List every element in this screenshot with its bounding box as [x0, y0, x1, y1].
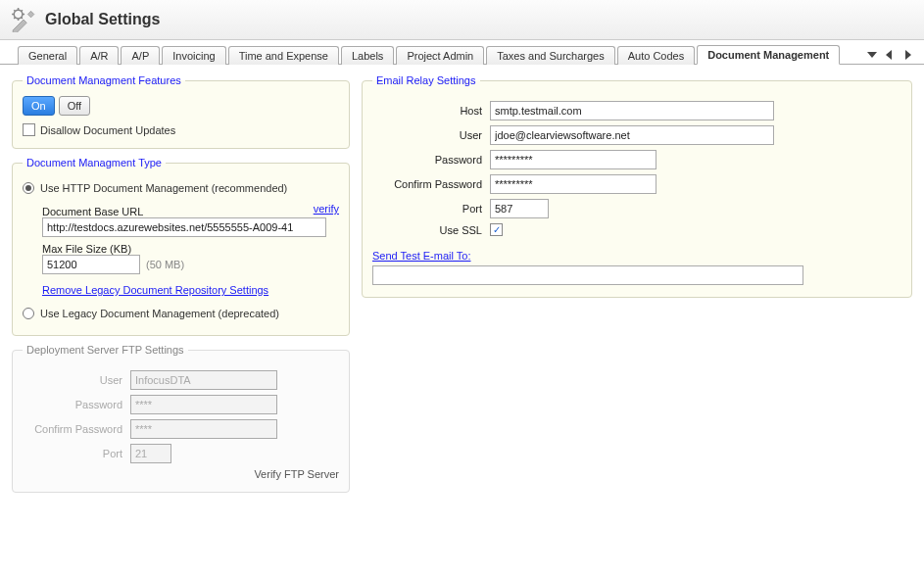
tab-taxes-surcharges[interactable]: Taxes and Surcharges [486, 46, 614, 65]
tab-controls [865, 48, 916, 64]
http-mgmt-details: Document Base URL verify Max File Size (… [42, 200, 339, 296]
tab-menu-icon[interactable] [865, 48, 879, 62]
email-pwd-input[interactable] [490, 150, 657, 169]
tab-general[interactable]: General [18, 46, 77, 65]
email-relay-group: Email Relay Settings Host User Password … [362, 74, 912, 298]
right-column: Email Relay Settings Host User Password … [362, 74, 912, 493]
max-size-input[interactable] [42, 255, 140, 274]
http-mgmt-radio[interactable] [23, 182, 34, 194]
ftp-pwd-row: Password [23, 395, 339, 414]
base-url-input[interactable] [42, 217, 326, 237]
email-user-row: User [372, 125, 901, 145]
doc-mgmt-type-group: Document Managment Type Use HTTP Documen… [12, 157, 350, 336]
verify-ftp-link[interactable]: Verify FTP Server [254, 468, 339, 480]
email-pwd-row: Password [372, 150, 901, 169]
http-mgmt-label: Use HTTP Document Management (recommende… [40, 182, 287, 194]
verify-ftp-row: Verify FTP Server [23, 468, 339, 480]
base-url-label: Document Base URL [42, 206, 143, 217]
tab-labels[interactable]: Labels [341, 46, 394, 65]
page-title: Global Settings [45, 11, 160, 28]
email-pwd-label: Password [372, 154, 490, 166]
ftp-port-row: Port [23, 444, 339, 463]
legacy-mgmt-row: Use Legacy Document Management (deprecat… [23, 308, 339, 319]
email-user-input[interactable] [490, 125, 774, 145]
tab-auto-codes[interactable]: Auto Codes [617, 46, 695, 65]
email-host-row: Host [372, 101, 901, 120]
doc-mgmt-features-group: Document Managment Features On Off Disal… [12, 74, 350, 149]
email-port-label: Port [372, 203, 490, 215]
email-user-label: User [372, 129, 490, 141]
off-button[interactable]: Off [59, 96, 90, 116]
ftp-user-label: User [23, 374, 130, 386]
disallow-updates-label: Disallow Document Updates [40, 124, 175, 136]
tab-ap[interactable]: A/P [121, 46, 160, 65]
doc-mgmt-type-legend: Document Managment Type [23, 157, 166, 168]
legacy-mgmt-radio[interactable] [23, 308, 34, 319]
email-port-input[interactable] [490, 199, 549, 218]
ftp-pwd-label: Password [23, 399, 130, 410]
ftp-cpwd-row: Confirm Password [23, 419, 339, 439]
ftp-settings-legend: Deployment Server FTP Settings [23, 344, 188, 356]
email-ssl-checkbox[interactable]: ✓ [490, 223, 503, 236]
ftp-cpwd-label: Confirm Password [23, 423, 130, 435]
email-host-label: Host [372, 105, 490, 117]
email-host-input[interactable] [490, 101, 774, 120]
tab-ar[interactable]: A/R [79, 46, 119, 65]
remove-legacy-link[interactable]: Remove Legacy Document Repository Settin… [42, 284, 268, 296]
left-column: Document Managment Features On Off Disal… [12, 74, 350, 493]
email-cpwd-row: Confirm Password [372, 174, 901, 194]
send-test-section: Send Test E-mail To: [372, 250, 901, 285]
ftp-user-input [130, 370, 277, 390]
email-relay-legend: Email Relay Settings [372, 74, 480, 86]
window-header: Global Settings [0, 0, 924, 40]
tab-invoicing[interactable]: Invoicing [162, 46, 225, 65]
disallow-updates-checkbox[interactable] [23, 123, 35, 136]
tab-prev-icon[interactable] [883, 48, 897, 62]
tab-document-management[interactable]: Document Management [697, 45, 840, 65]
content-area: Document Managment Features On Off Disal… [0, 65, 924, 503]
email-cpwd-label: Confirm Password [372, 178, 490, 190]
tab-next-icon[interactable] [900, 48, 914, 62]
max-size-hint: (50 MB) [146, 259, 184, 270]
send-test-input[interactable] [372, 265, 803, 285]
ftp-pwd-input [130, 395, 277, 414]
send-test-link[interactable]: Send Test E-mail To: [372, 250, 470, 262]
ftp-user-row: User [23, 370, 339, 390]
email-port-row: Port [372, 199, 901, 218]
legacy-mgmt-label: Use Legacy Document Management (deprecat… [40, 308, 279, 319]
on-off-toggle: On Off [23, 96, 339, 116]
disallow-updates-row: Disallow Document Updates [23, 123, 339, 136]
settings-icon [10, 6, 37, 33]
tab-time-expense[interactable]: Time and Expense [228, 46, 339, 65]
doc-mgmt-features-legend: Document Managment Features [23, 74, 185, 86]
email-ssl-label: Use SSL [372, 224, 490, 236]
verify-url-link[interactable]: verify [314, 203, 339, 215]
http-mgmt-row: Use HTTP Document Management (recommende… [23, 182, 339, 194]
on-button[interactable]: On [23, 96, 55, 116]
ftp-port-input [130, 444, 171, 463]
email-cpwd-input[interactable] [490, 174, 657, 194]
ftp-cpwd-input [130, 419, 277, 439]
ftp-port-label: Port [23, 448, 130, 459]
tabbar: General A/R A/P Invoicing Time and Expen… [0, 40, 924, 65]
tab-project-admin[interactable]: Project Admin [396, 46, 484, 65]
email-ssl-row: Use SSL ✓ [372, 223, 901, 236]
max-size-label: Max File Size (KB) [42, 243, 339, 255]
ftp-settings-group: Deployment Server FTP Settings User Pass… [12, 344, 350, 493]
